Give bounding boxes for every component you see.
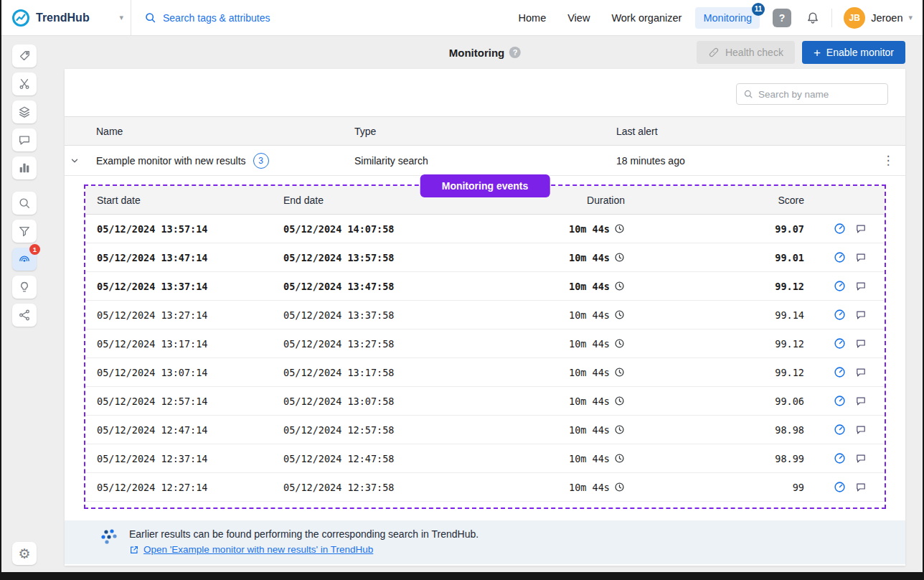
- event-row: 05/12/2024 13:57:14 05/12/2024 14:07:58 …: [85, 215, 885, 243]
- chevron-down-icon: [70, 156, 80, 166]
- navbar-right: Home View Work organizer Monitoring 11 ?…: [511, 7, 923, 29]
- comment-icon[interactable]: [855, 367, 867, 378]
- note-text: Earlier results can be found performing …: [129, 528, 478, 540]
- gauge-icon[interactable]: [834, 223, 846, 235]
- event-duration: 10m 44s: [451, 367, 636, 378]
- event-end-date: 05/12/2024 13:27:58: [272, 338, 451, 350]
- notifications-bell-icon[interactable]: [806, 11, 820, 25]
- gauge-icon[interactable]: [834, 251, 846, 263]
- app-window: TrendHub ▾ Search tags & attributes Home…: [1, 0, 923, 572]
- sidebar-item-dashboard[interactable]: [12, 156, 37, 179]
- event-start-date: 05/12/2024 12:47:14: [85, 424, 272, 436]
- clock-icon: [614, 482, 625, 492]
- comment-icon[interactable]: [855, 396, 867, 407]
- event-actions: [816, 337, 885, 350]
- comment-icon[interactable]: [855, 309, 867, 321]
- sidebar-item-layers[interactable]: [12, 100, 37, 123]
- global-search[interactable]: Search tags & attributes: [131, 11, 270, 24]
- gauge-icon[interactable]: [834, 424, 846, 436]
- sidebar-item-comments[interactable]: [12, 128, 37, 151]
- clock-icon: [614, 223, 625, 234]
- gauge-icon[interactable]: [834, 395, 846, 407]
- comment-icon[interactable]: [855, 453, 867, 464]
- gauge-icon[interactable]: [834, 337, 846, 350]
- col-score: Score: [636, 195, 816, 206]
- nav-home[interactable]: Home: [511, 7, 555, 29]
- event-start-date: 05/12/2024 13:57:14: [85, 223, 272, 235]
- sidebar-item-monitoring[interactable]: 1: [12, 248, 37, 271]
- nav-monitoring[interactable]: Monitoring 11: [695, 7, 760, 29]
- page-title-wrap: Monitoring ?: [449, 47, 521, 59]
- kebab-menu-icon[interactable]: ⋮: [871, 153, 905, 168]
- monitoring-alert-badge: 1: [29, 244, 40, 255]
- enable-monitor-label: Enable monitor: [826, 47, 894, 58]
- gauge-icon[interactable]: [834, 366, 846, 378]
- event-row: 05/12/2024 13:47:14 05/12/2024 13:57:58 …: [85, 243, 885, 272]
- monitor-row[interactable]: Example monitor with new results 3 Simil…: [65, 146, 905, 176]
- gauge-icon[interactable]: [834, 309, 846, 321]
- comment-icon[interactable]: [855, 338, 867, 350]
- sidebar-item-search[interactable]: [12, 192, 37, 215]
- clock-icon: [614, 367, 625, 378]
- open-in-trendhub-link-label: Open 'Example monitor with new results' …: [143, 544, 373, 555]
- brand-chevron-down-icon[interactable]: ▾: [119, 13, 123, 22]
- duration-text: 10m 44s: [569, 252, 610, 263]
- monitor-table-header: Name Type Last alert: [65, 116, 905, 146]
- sidebar-item-settings[interactable]: ⚙: [12, 542, 37, 565]
- comment-icon[interactable]: [855, 223, 867, 235]
- monitor-name: Example monitor with new results: [96, 155, 246, 167]
- sidebar-item-insights[interactable]: [12, 276, 37, 299]
- gear-icon: ⚙: [18, 547, 30, 561]
- comment-icon[interactable]: [855, 281, 867, 292]
- duration-text: 10m 44s: [569, 453, 610, 464]
- brand-area[interactable]: TrendHub ▾: [1, 0, 131, 35]
- nav-work-organizer[interactable]: Work organizer: [603, 7, 689, 29]
- event-end-date: 05/12/2024 13:07:58: [272, 396, 451, 407]
- nav-view[interactable]: View: [560, 7, 598, 29]
- col-name: Name: [85, 126, 343, 137]
- enable-monitor-button[interactable]: + Enable monitor: [802, 41, 905, 64]
- event-duration: 10m 44s: [451, 252, 636, 263]
- event-score: 98.98: [636, 424, 816, 436]
- monitoring-count-badge: 11: [752, 3, 765, 16]
- filter-icon: [18, 225, 31, 238]
- sidebar-item-tags[interactable]: [12, 45, 37, 67]
- event-row: 05/12/2024 12:27:14 05/12/2024 12:37:58 …: [85, 473, 885, 502]
- comment-icon[interactable]: [855, 424, 867, 436]
- help-button[interactable]: ?: [773, 9, 791, 27]
- comment-icon[interactable]: [855, 252, 867, 263]
- monitor-name-cell: Example monitor with new results 3: [85, 153, 343, 169]
- clock-icon: [614, 453, 625, 464]
- user-name: Jeroen: [871, 12, 902, 24]
- page-title-help-icon[interactable]: ?: [509, 47, 521, 58]
- search-by-name-input[interactable]: [758, 89, 881, 100]
- sidebar-item-split[interactable]: [12, 72, 37, 95]
- monitoring-events-section: Monitoring events Start date End date Du…: [84, 184, 886, 509]
- event-duration: 10m 44s: [451, 396, 636, 407]
- duration-text: 10m 44s: [569, 281, 610, 292]
- row-expander[interactable]: [65, 156, 85, 166]
- event-start-date: 05/12/2024 13:47:14: [85, 252, 272, 263]
- event-actions: [816, 251, 885, 263]
- health-check-button[interactable]: Health check: [697, 41, 795, 64]
- event-score: 99.12: [636, 338, 816, 350]
- sidebar-item-network[interactable]: [12, 304, 37, 327]
- user-menu[interactable]: JB Jeroen ▾: [844, 7, 913, 29]
- event-duration: 10m 44s: [451, 281, 636, 292]
- plus-icon: +: [814, 47, 821, 59]
- comment-icon[interactable]: [855, 482, 867, 493]
- event-end-date: 05/12/2024 13:47:58: [272, 281, 451, 292]
- monitor-type: Similarity search: [343, 155, 605, 167]
- event-score: 99.01: [636, 252, 816, 263]
- open-in-trendhub-link[interactable]: Open 'Example monitor with new results' …: [129, 544, 478, 555]
- scissors-icon: [18, 78, 31, 90]
- event-start-date: 05/12/2024 13:37:14: [85, 281, 272, 292]
- gauge-icon[interactable]: [834, 452, 846, 464]
- gauge-icon[interactable]: [834, 481, 846, 493]
- duration-text: 10m 44s: [569, 396, 610, 407]
- clock-icon: [614, 309, 625, 320]
- event-actions: [816, 481, 885, 493]
- gauge-icon[interactable]: [834, 280, 846, 292]
- search-by-name-box[interactable]: [736, 83, 888, 105]
- sidebar-item-filter[interactable]: [12, 220, 37, 243]
